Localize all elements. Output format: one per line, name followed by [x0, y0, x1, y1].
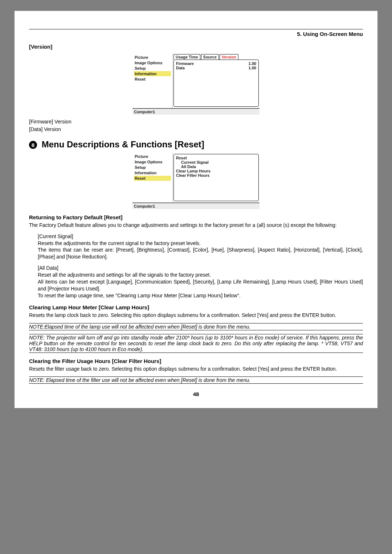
version-label: [Version] [29, 44, 363, 50]
osd-status-bar: Computer1 [132, 203, 260, 209]
current-signal-line1: Resets the adjustments for the current s… [38, 240, 363, 247]
chapter-header: 5. Using On-Screen Menu [29, 31, 363, 37]
all-data-line1: Reset all the adjustments and settings f… [38, 272, 363, 278]
osd-menu-item[interactable]: Image Options [134, 60, 171, 65]
osd-panel-item[interactable]: Clear Filter Hours [176, 173, 256, 178]
lamp-note2: NOTE: The projector will turn off and go… [29, 334, 363, 353]
factory-default-title: Returning to Factory Default [Reset] [29, 214, 363, 220]
osd-panel-item[interactable]: Current Signal [176, 160, 256, 164]
osd-menu-item[interactable]: Setup [134, 66, 171, 71]
header-rule [29, 29, 363, 29]
osd-tab[interactable]: Source [201, 54, 219, 60]
reset-heading-text: Menu Descriptions & Functions [Reset] [42, 139, 204, 149]
lamp-note1: NOTE:Elapsed time of the lamp use will n… [29, 323, 363, 330]
osd-screenshot-reset: PictureImage OptionsSetupInformationRese… [132, 152, 260, 209]
osd-menu-item[interactable]: Reset [134, 77, 171, 82]
osd-menu-item[interactable]: Image Options [134, 159, 171, 164]
osd-left-menu: PictureImage OptionsSetupInformationRese… [132, 152, 173, 203]
data-version-line: [Data] Version [29, 126, 363, 133]
osd-menu-item[interactable]: Information [134, 170, 171, 175]
osd-menu-item[interactable]: Picture [134, 154, 171, 159]
osd-tab[interactable]: Usage Time [173, 54, 200, 60]
osd-left-menu: PictureImage OptionsSetupInformationRese… [132, 53, 173, 108]
osd-tabs: Usage TimeSourceVersion [173, 53, 260, 60]
osd-panel-item[interactable]: Clear Lamp Hours [176, 169, 256, 173]
reset-heading: 8 Menu Descriptions & Functions [Reset] [29, 139, 363, 150]
clear-lamp-title: Clearing Lamp Hour Meter [Clear Lamp Hou… [29, 304, 363, 310]
current-signal-line2: The items that can be reset are: [Preset… [38, 247, 363, 260]
osd-panel-row: Firmware1.00 [176, 61, 256, 66]
osd-tab[interactable]: Version [220, 54, 238, 60]
osd-menu-item[interactable]: Setup [134, 165, 171, 170]
osd-panel-title: Reset [176, 156, 256, 160]
clear-filter-title: Clearing the Filter Usage Hours [Clear F… [29, 358, 363, 364]
all-data-label: [All Data] [38, 265, 363, 272]
manual-page: 5. Using On-Screen Menu [Version] Pictur… [15, 11, 377, 408]
chapter-title: 5. Using On-Screen Menu [297, 31, 363, 37]
section-number-icon: 8 [29, 141, 37, 149]
osd-menu-item[interactable]: Information [134, 71, 171, 76]
osd-panel: ResetCurrent SignalAll DataClear Lamp Ho… [173, 154, 259, 201]
clear-filter-body: Resets the filter usage back to zero. Se… [29, 366, 363, 372]
page-number: 48 [29, 391, 363, 397]
osd-panel: Firmware1.00Data1.00 [173, 60, 259, 107]
all-data-line2: All items can be reset except [Language]… [38, 278, 363, 292]
all-data-line3: To reset the lamp usage time, see "Clear… [38, 292, 363, 299]
osd-screenshot-version: PictureImage OptionsSetupInformationRese… [132, 53, 260, 115]
osd-menu-item[interactable]: Picture [134, 55, 171, 60]
filter-note: NOTE: Elapsed time of the filter use wil… [29, 376, 363, 384]
osd-status-bar: Computer1 [132, 109, 260, 115]
factory-intro: The Factory Default feature allows you t… [29, 222, 363, 229]
clear-lamp-body: Resets the lamp clock back to zero. Sele… [29, 312, 363, 319]
osd-panel-item[interactable]: All Data [176, 164, 256, 169]
osd-menu-item[interactable]: Reset [134, 176, 171, 181]
firmware-version-line: [Firmware] Version [29, 118, 363, 125]
current-signal-label: [Current Signal] [38, 233, 363, 240]
osd-panel-row: Data1.00 [176, 66, 256, 70]
